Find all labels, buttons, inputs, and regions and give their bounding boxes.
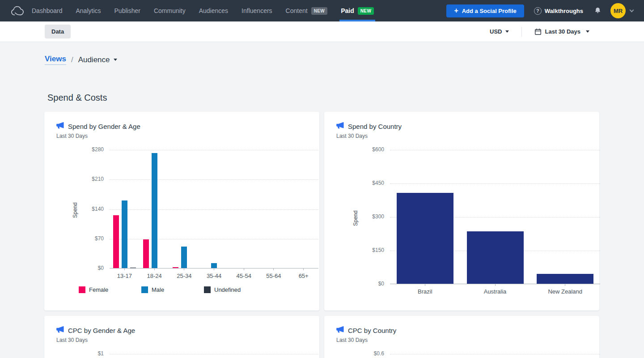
x-tick-mark xyxy=(214,268,214,270)
nav-item-dashboard[interactable]: Dashboard xyxy=(32,0,63,21)
currency-label: USD xyxy=(490,28,502,35)
card-header: Spend by Country xyxy=(336,122,588,131)
x-label-row: BrazilAustraliaNew Zealand xyxy=(390,288,600,295)
account-chevron-down-icon[interactable] xyxy=(630,8,634,12)
nav-item-content-label: Content xyxy=(286,7,308,14)
x-axis-label: 35-44 xyxy=(199,273,229,279)
walkthroughs-button[interactable]: ? Walkthroughs xyxy=(534,7,583,15)
paid-new-badge: NEW xyxy=(358,7,374,15)
legend-label: Female xyxy=(89,286,108,293)
x-tick-mark xyxy=(273,268,274,270)
x-axis-label: New Zealand xyxy=(530,288,600,295)
y-tick-label: $0.6 xyxy=(374,350,384,357)
bar-group xyxy=(110,200,140,268)
question-circle-icon: ? xyxy=(534,7,542,15)
tab-data[interactable]: Data xyxy=(45,25,71,38)
add-social-profile-button[interactable]: + Add a Social Profile xyxy=(446,4,524,17)
user-avatar[interactable]: MR xyxy=(610,3,626,18)
spend-bar xyxy=(537,274,593,284)
walkthroughs-label: Walkthroughs xyxy=(545,8,583,14)
notifications-bell-icon[interactable] xyxy=(594,7,602,15)
x-tick-cell xyxy=(259,268,289,270)
y-tick-label: $1 xyxy=(98,350,104,357)
nav-item-analytics[interactable]: Analytics xyxy=(76,0,101,21)
legend-label: Undefined xyxy=(214,286,241,293)
chart-plot-area: $0$70$140$210$280Spend13-1718-2425-3435-… xyxy=(110,150,318,268)
x-tick-mark xyxy=(495,284,496,286)
x-axis-label: 13-17 xyxy=(110,273,140,279)
x-label-row: 13-1718-2425-3435-4445-5455-6465+ xyxy=(110,273,318,279)
x-tick-mark xyxy=(124,268,125,270)
nav-item-content[interactable]: Content NEW xyxy=(286,0,328,21)
legend-swatch xyxy=(79,286,85,293)
megaphone-icon xyxy=(56,122,64,131)
y-tick-label: $600 xyxy=(372,146,384,153)
x-axis-label: Australia xyxy=(460,288,530,295)
card-header: CPC by Country xyxy=(336,326,588,335)
card-subtitle: Last 30 Days xyxy=(56,337,308,343)
card-header: Spend by Gender & Age xyxy=(56,122,308,131)
megaphone-icon xyxy=(336,326,344,335)
male-bar xyxy=(181,247,187,268)
x-tick-mark xyxy=(425,284,425,286)
breadcrumb-separator: / xyxy=(71,55,73,64)
legend-label: Male xyxy=(152,286,164,293)
card-spend-by-gender-age: Spend by Gender & Age Last 30 Days $0$70… xyxy=(44,112,319,311)
top-nav: Dashboard Analytics Publisher Community … xyxy=(0,0,644,21)
card-cpc-by-country: CPC by Country Last 30 Days $0.6 xyxy=(324,316,599,358)
card-cpc-by-gender-age: CPC by Gender & Age Last 30 Days $1 xyxy=(44,316,319,358)
spend-bar xyxy=(397,193,453,284)
date-range-label: Last 30 Days xyxy=(545,28,581,35)
breadcrumb-audience-dropdown[interactable]: Audience xyxy=(78,55,117,64)
chart-plot-area: $1 xyxy=(110,354,318,358)
x-axis-label: Brazil xyxy=(390,288,460,295)
card-subtitle: Last 30 Days xyxy=(56,133,308,139)
bar-group xyxy=(460,231,530,284)
x-tick-mark xyxy=(184,268,184,270)
legend-swatch xyxy=(141,286,148,293)
bar-groups xyxy=(390,150,600,284)
legend-item-male: Male xyxy=(141,286,204,293)
card-header: CPC by Gender & Age xyxy=(56,326,308,335)
nav-item-paid-label: Paid xyxy=(341,7,354,14)
y-tick-label: $70 xyxy=(95,235,104,242)
breadcrumb-views-link[interactable]: Views xyxy=(45,55,66,65)
card-title: Spend by Country xyxy=(348,123,402,130)
male-bar xyxy=(152,153,157,268)
x-tick-mark xyxy=(303,268,304,270)
nav-item-influencers[interactable]: Influencers xyxy=(242,0,272,21)
plus-icon: + xyxy=(454,7,458,14)
y-tick-label: $0 xyxy=(378,281,384,287)
nav-item-audiences[interactable]: Audiences xyxy=(199,0,228,21)
date-range-dropdown[interactable]: Last 30 Days xyxy=(534,28,590,35)
x-tick-cell xyxy=(229,268,259,270)
x-tick-mark xyxy=(565,284,565,286)
legend-swatch xyxy=(204,286,211,293)
currency-dropdown[interactable]: USD xyxy=(490,28,508,35)
nav-item-community[interactable]: Community xyxy=(154,0,186,21)
card-title: Spend by Gender & Age xyxy=(68,123,140,130)
x-axis-label: 25-34 xyxy=(169,273,199,279)
x-tick-cell xyxy=(169,268,199,270)
content-new-badge: NEW xyxy=(311,7,328,15)
sprout-logo-icon[interactable] xyxy=(11,4,24,17)
y-axis-label: Spend xyxy=(72,202,78,218)
y-tick-label: $450 xyxy=(372,180,384,186)
female-bar xyxy=(143,239,149,268)
x-tick-row xyxy=(390,284,600,286)
section-title: Spend & Costs xyxy=(47,93,644,103)
nav-item-publisher[interactable]: Publisher xyxy=(114,0,140,21)
legend-item-female: Female xyxy=(79,286,141,293)
add-social-profile-label: Add a Social Profile xyxy=(462,8,517,14)
x-tick-cell xyxy=(530,284,600,286)
megaphone-icon xyxy=(56,326,64,335)
nav-item-paid[interactable]: Paid NEW xyxy=(341,0,374,21)
card-title: CPC by Country xyxy=(348,327,396,334)
toolbar-divider xyxy=(521,27,522,37)
chart-plot-area: $0.6 xyxy=(390,354,600,358)
y-tick-label: $300 xyxy=(372,213,384,220)
x-tick-cell xyxy=(460,284,530,286)
chevron-down-icon xyxy=(586,30,589,33)
y-tick-label: $150 xyxy=(372,247,384,253)
card-subtitle: Last 30 Days xyxy=(336,133,588,139)
